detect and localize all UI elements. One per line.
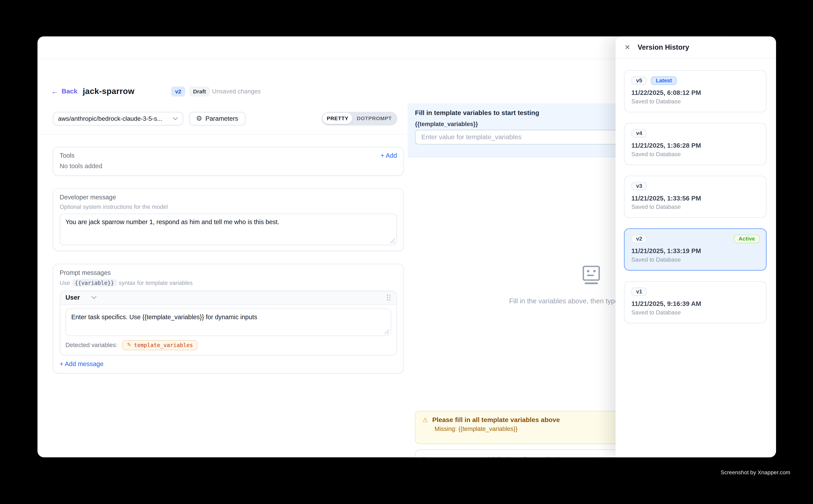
drag-handle[interactable]	[386, 294, 391, 301]
model-select[interactable]: aws/anthropic/bedrock-claude-3-5-s...	[53, 112, 183, 125]
resize-handle-icon[interactable]	[384, 329, 389, 334]
user-message-textarea[interactable]: Enter task specifics. Use {{template_var…	[65, 308, 391, 336]
close-icon[interactable]: ✕	[625, 44, 630, 51]
version-timestamp: 11/21/2025, 1:33:19 PM	[632, 247, 759, 255]
draft-badge: Draft	[189, 86, 210, 96]
resize-handle-icon[interactable]	[390, 238, 395, 243]
warning-title: Please fill in all template variables ab…	[432, 416, 560, 424]
developer-message-hint: Optional system instructions for the mod…	[60, 203, 397, 210]
version-tag-badge: Active	[734, 234, 760, 243]
add-message-button[interactable]: + Add message	[60, 360, 397, 367]
tools-label: Tools	[60, 152, 74, 159]
format-toggle: PRETTY DOTPROMPT	[322, 112, 397, 125]
model-select-value: aws/anthropic/bedrock-claude-3-5-s...	[58, 115, 169, 122]
version-history-title: Version History	[638, 43, 689, 51]
developer-message-textarea[interactable]: You are jack sparrow number 1, respond a…	[60, 213, 397, 245]
warning-icon: ⚠	[422, 417, 428, 423]
chevron-down-icon	[91, 296, 97, 299]
role-select[interactable]: User	[65, 294, 97, 301]
message-header: User	[60, 291, 397, 305]
tools-card: Tools + Add No tools added	[53, 146, 404, 175]
version-note: Saved to Database	[632, 98, 759, 104]
watermark: Screenshot by Xnapper.com	[721, 469, 790, 475]
editor-column: Tools + Add No tools added Developer mes…	[53, 146, 404, 386]
developer-message-label: Developer message	[60, 193, 397, 201]
version-note: Saved to Database	[632, 151, 759, 157]
version-card[interactable]: v4 11/21/2025, 1:36:28 PM Saved to Datab…	[624, 123, 766, 165]
parameters-label: Parameters	[205, 115, 238, 122]
version-note: Saved to Database	[632, 203, 759, 210]
chat-input-placeholder: Type your message... (Shift+Enter for ne…	[422, 456, 559, 457]
toolbar-divider	[37, 134, 407, 135]
developer-message-card: Developer message Optional system instru…	[53, 188, 404, 251]
version-list: v5 Latest 11/22/2025, 6:08:12 PM Saved t…	[616, 58, 776, 323]
version-tag-badge: Latest	[651, 76, 677, 85]
back-label: Back	[61, 88, 77, 95]
toggle-option-dotprompt[interactable]: DOTPROMPT	[352, 113, 396, 124]
breadcrumb-row: ← Back jack-sparrow v2 Draft Unsaved cha…	[37, 85, 407, 98]
drag-dots-icon	[386, 294, 391, 301]
parameters-button[interactable]: ⚙ Parameters	[189, 112, 246, 125]
pencil-icon: ✎	[127, 342, 131, 348]
toggle-option-pretty[interactable]: PRETTY	[323, 113, 352, 124]
version-card[interactable]: v5 Latest 11/22/2025, 6:08:12 PM Saved t…	[624, 70, 766, 112]
version-card[interactable]: v2 Active 11/21/2025, 1:33:19 PM Saved t…	[624, 228, 766, 270]
back-button[interactable]: ← Back	[51, 85, 77, 98]
variable-syntax-chip: {{variable}}	[72, 279, 116, 286]
role-select-value: User	[65, 294, 80, 301]
version-number-badge: v3	[632, 182, 647, 190]
prompt-messages-card: Prompt messages Use {{variable}} syntax …	[53, 263, 404, 373]
prompt-message-block: User	[60, 290, 397, 355]
template-variable-chip-label: template_variables	[134, 342, 193, 348]
version-note: Saved to Database	[632, 256, 759, 262]
message-body: Enter task specifics. Use {{template_var…	[60, 305, 397, 355]
user-message-value: Enter task specifics. Use {{template_var…	[71, 313, 257, 320]
unsaved-changes-label: Unsaved changes	[212, 85, 261, 98]
gear-icon: ⚙	[196, 115, 202, 122]
prompt-hint-suffix: syntax for template variables	[119, 279, 193, 286]
version-timestamp: 11/21/2025, 1:33:56 PM	[632, 194, 759, 202]
prompt-messages-label: Prompt messages	[60, 269, 397, 276]
version-history-header: ✕ Version History	[616, 37, 776, 58]
tools-empty-state: No tools added	[60, 162, 397, 170]
screen: ← Back jack-sparrow v2 Draft Unsaved cha…	[0, 0, 813, 504]
developer-message-value: You are jack sparrow number 1, respond a…	[65, 218, 279, 226]
version-note: Saved to Database	[632, 309, 759, 315]
version-timestamp: 11/22/2025, 6:08:12 PM	[632, 89, 759, 96]
version-history-panel: ✕ Version History v5 Latest 11/22/2025, …	[616, 37, 776, 457]
app-window: ← Back jack-sparrow v2 Draft Unsaved cha…	[37, 37, 776, 457]
version-timestamp: 11/21/2025, 9:16:39 AM	[632, 300, 759, 307]
version-number-badge: v1	[632, 287, 647, 296]
version-card[interactable]: v1 11/21/2025, 9:16:39 AM Saved to Datab…	[624, 281, 766, 323]
version-timestamp: 11/21/2025, 1:36:28 PM	[632, 142, 759, 149]
version-number-badge: v4	[632, 129, 647, 138]
template-variable-chip[interactable]: ✎ template_variables	[122, 340, 198, 350]
version-badge: v2	[171, 86, 185, 96]
prompt-hint-prefix: Use	[60, 279, 70, 286]
robot-icon	[581, 265, 602, 286]
detected-variables-label: Detected variables:	[65, 342, 117, 348]
version-card[interactable]: v3 11/21/2025, 1:33:56 PM Saved to Datab…	[624, 175, 766, 218]
page-title: jack-sparrow	[83, 85, 134, 98]
add-tool-button[interactable]: + Add	[381, 152, 397, 159]
variable-input-placeholder: Enter value for template_variables	[421, 133, 521, 141]
version-number-badge: v2	[632, 234, 647, 243]
back-arrow-icon: ←	[51, 88, 58, 95]
chevron-down-icon	[172, 117, 178, 120]
version-number-badge: v5	[632, 76, 647, 85]
